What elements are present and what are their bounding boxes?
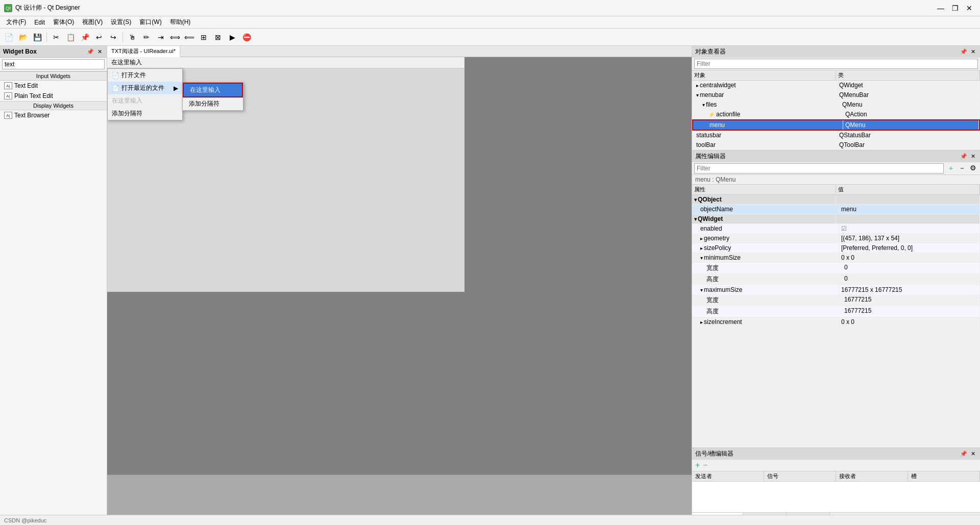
widget-item-plain-text-edit[interactable]: A| Plain Text Edit: [0, 91, 107, 101]
minimize-button[interactable]: —: [934, 3, 947, 13]
open-recent-icon: 📄: [112, 85, 119, 92]
prop-row-height-max[interactable]: 高度 16777215: [692, 306, 980, 317]
widget-box-pin[interactable]: 📌: [86, 47, 94, 56]
canvas-tab-label: TXT阅读器 - UIReader.ui*: [111, 47, 176, 55]
widget-search-box: [0, 58, 107, 71]
obj-row-centralwidget[interactable]: ▸centralwidget QWidget: [692, 81, 980, 90]
tb-tab[interactable]: ⇥: [154, 31, 167, 44]
obj-row-menu[interactable]: menu QMenu: [692, 119, 980, 131]
right-panel: 对象查看器 📌 ✕ 对象 类 ▸centralwidget QWidget: [692, 46, 980, 525]
submenu-input-here[interactable]: 在这里输入: [183, 83, 243, 97]
widget-box-title: Widget Box: [3, 48, 37, 55]
prop-row-height-min[interactable]: 高度 0: [692, 274, 980, 285]
tb-stop[interactable]: ⛔: [240, 31, 253, 44]
signal-add-btn[interactable]: +: [694, 461, 701, 470]
menu-form[interactable]: 窗体(O): [49, 17, 78, 28]
menu-edit[interactable]: Edit: [30, 18, 49, 27]
checkbox-enabled[interactable]: ☑: [841, 225, 847, 232]
tb-layout-h[interactable]: ⟺: [168, 31, 182, 44]
obj-col-class: 类: [836, 70, 980, 80]
input-widgets-group: Input Widgets: [0, 71, 107, 81]
prop-row-sizeincrement[interactable]: ▸sizeIncrement 0 x 0: [692, 317, 980, 327]
restore-button[interactable]: ❐: [948, 3, 962, 13]
canvas-scroll-area[interactable]: 在这里输入 📄 打开文件 📄 打开最近的文件: [107, 57, 692, 525]
tb-layout-v[interactable]: ⟸: [183, 31, 196, 44]
tb-copy[interactable]: 📋: [64, 31, 77, 44]
signal-editor-header: 信号/槽编辑器 📌 ✕: [692, 448, 980, 460]
prop-row-width-max[interactable]: 宽度 16777215: [692, 295, 980, 306]
tb-redo[interactable]: ↪: [107, 31, 120, 44]
obj-inspector-title: 对象查看器: [695, 47, 726, 56]
obj-row-files[interactable]: ▾files QMenu: [692, 100, 980, 110]
tb-break[interactable]: ⊠: [211, 31, 225, 44]
menu-open-file[interactable]: 📄 打开文件: [108, 69, 182, 82]
widget-item-label-text-edit: Text Edit: [14, 82, 38, 89]
tb-undo[interactable]: ↩: [92, 31, 106, 44]
signal-editor-close[interactable]: ✕: [969, 450, 977, 458]
widget-item-text-browser[interactable]: A| Text Browser: [0, 110, 107, 120]
prop-row-objectname[interactable]: objectName menu: [692, 205, 980, 214]
menu-bar: 文件(F) Edit 窗体(O) 视图(V) 设置(S) 窗口(W) 帮助(H): [0, 16, 980, 29]
sub-menu: 在这里输入 添加分隔符: [182, 82, 243, 111]
prop-table: 属性 值 ▾QObject objectName menu ▾QWidget: [692, 185, 980, 447]
submenu-arrow-icon: ▶: [174, 85, 178, 92]
canvas-area: TXT阅读器 - UIReader.ui* 在这里输入 📄 打开文件: [107, 46, 692, 525]
widget-box-header: Widget Box 📌 ✕: [0, 46, 107, 58]
widget-item-text-edit[interactable]: A| Text Edit: [0, 81, 107, 91]
signal-col-signal: 信号: [764, 471, 836, 481]
menu-settings[interactable]: 设置(S): [107, 17, 135, 28]
tb-save[interactable]: 💾: [31, 31, 44, 44]
menu-open-recent[interactable]: 📄 打开最近的文件 ▶: [108, 82, 182, 94]
menu-window[interactable]: 窗口(W): [135, 17, 165, 28]
obj-inspector-filter: [692, 58, 980, 70]
prop-filter-input[interactable]: [694, 163, 944, 173]
tb-paste[interactable]: 📌: [78, 31, 91, 44]
signal-remove-btn[interactable]: −: [702, 461, 708, 470]
prop-editor-pin[interactable]: 📌: [960, 153, 968, 161]
obj-row-toolbar[interactable]: toolBar QToolBar: [692, 140, 980, 150]
dropdown-menu: 📄 打开文件 📄 打开最近的文件 ▶ 在这里输入: [107, 68, 183, 120]
close-button[interactable]: ✕: [963, 3, 976, 13]
app-icon: Qt: [4, 4, 12, 12]
obj-inspector-pin[interactable]: 📌: [960, 48, 968, 56]
menu-view[interactable]: 视图(V): [78, 17, 107, 28]
form-input-here[interactable]: 在这里输入: [107, 57, 146, 68]
menu-input-here[interactable]: 在这里输入: [108, 94, 182, 107]
text-edit-icon: A|: [4, 82, 12, 89]
prop-filter-remove[interactable]: －: [957, 164, 967, 173]
prop-filter-add[interactable]: ＋: [946, 164, 956, 173]
obj-inspector-close[interactable]: ✕: [969, 48, 977, 56]
form-canvas[interactable]: 在这里输入 📄 打开文件 📄 打开最近的文件: [107, 57, 464, 292]
tb-edit[interactable]: ✏: [140, 31, 153, 44]
prop-th-value: 值: [836, 185, 980, 194]
prop-row-minimumsize[interactable]: ▾minimumSize 0 x 0: [692, 253, 980, 263]
tb-widget-edit[interactable]: 🖱: [126, 31, 139, 44]
tb-preview[interactable]: ▶: [226, 31, 239, 44]
obj-row-actionfile[interactable]: ⚡actionfile QAction: [692, 110, 980, 119]
prop-editor-close[interactable]: ✕: [969, 153, 977, 161]
obj-row-menubar[interactable]: ▾menubar QMenuBar: [692, 90, 980, 100]
menu-add-sep[interactable]: 添加分隔符: [108, 107, 182, 120]
tb-cut[interactable]: ✂: [50, 31, 63, 44]
menu-file[interactable]: 文件(F): [2, 17, 30, 28]
obj-tree: 对象 类 ▸centralwidget QWidget ▾menubar QMe…: [692, 70, 980, 150]
tb-new[interactable]: 📄: [2, 31, 15, 44]
widget-box-close[interactable]: ✕: [95, 47, 104, 56]
prop-filter-config[interactable]: ⚙: [968, 164, 978, 173]
tb-open[interactable]: 📂: [16, 31, 30, 44]
obj-row-statusbar[interactable]: statusbar QStatusBar: [692, 131, 980, 140]
submenu-add-sep[interactable]: 添加分隔符: [183, 97, 243, 110]
prop-row-width-min[interactable]: 宽度 0: [692, 263, 980, 274]
menu-help[interactable]: 帮助(H): [166, 17, 195, 28]
prop-row-maximumsize[interactable]: ▾maximumSize 16777215 x 16777215: [692, 285, 980, 295]
canvas-tab-main[interactable]: TXT阅读器 - UIReader.ui*: [107, 46, 180, 57]
tb-layout-grid[interactable]: ⊞: [197, 31, 210, 44]
prop-row-enabled[interactable]: enabled ☑: [692, 224, 980, 234]
signal-editor-pin[interactable]: 📌: [960, 450, 968, 458]
open-file-label: 打开文件: [121, 71, 146, 80]
obj-filter-input[interactable]: [694, 59, 978, 69]
widget-search-input[interactable]: [2, 59, 105, 69]
prop-row-sizepolicy[interactable]: ▸sizePolicy [Preferred, Preferred, 0, 0]: [692, 243, 980, 253]
prop-row-geometry[interactable]: ▸geometry [(457, 186), 137 x 54]: [692, 234, 980, 243]
object-inspector: 对象查看器 📌 ✕ 对象 类 ▸centralwidget QWidget: [692, 46, 980, 151]
